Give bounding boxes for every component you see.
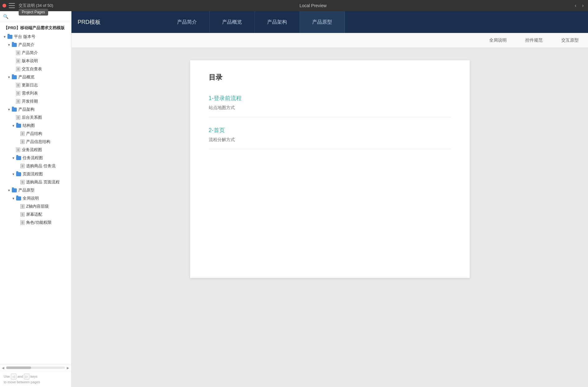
tree-item[interactable]: ▶ 产品信息结构 bbox=[0, 138, 71, 146]
tree-item[interactable]: ▼ 页面流程图 bbox=[0, 170, 71, 178]
tree-item[interactable]: ▼ 产品简介 bbox=[0, 41, 71, 49]
folder-icon bbox=[12, 75, 17, 79]
tree-label: 角色/功能权限 bbox=[26, 220, 52, 225]
tree-item[interactable]: ▶ 需求列表 bbox=[0, 89, 71, 97]
tree-arrow: ▼ bbox=[7, 43, 11, 47]
tree-item[interactable]: ▼ 全局说明 bbox=[0, 194, 71, 202]
prev-page-button[interactable]: ‹ bbox=[573, 2, 578, 9]
tree-label: Z轴内容层级 bbox=[26, 204, 49, 209]
tree-item[interactable]: ▶ 选购商品 任务流 bbox=[0, 162, 71, 170]
folder-icon bbox=[12, 43, 17, 47]
top-nav-brand: PRD模板 bbox=[78, 18, 165, 26]
tree-label: 页面流程图 bbox=[23, 171, 43, 177]
page-icon bbox=[21, 164, 25, 168]
toc-item: 1-登录前流程 站点地图方式 bbox=[209, 94, 451, 117]
sub-nav-item-控件规范[interactable]: 控件规范 bbox=[522, 38, 546, 43]
tree-item[interactable]: ▶ 交互自查表 bbox=[0, 65, 71, 73]
top-bar-nav: ‹ › bbox=[573, 2, 586, 9]
tree-arrow: ▼ bbox=[7, 188, 11, 192]
scroll-left-icon[interactable]: ◀ bbox=[1, 366, 5, 370]
tree-label: 产品结构 bbox=[26, 131, 42, 136]
sub-nav-item-交互原型[interactable]: 交互原型 bbox=[558, 38, 582, 43]
tree-item[interactable]: ▼ 产品原型 bbox=[0, 186, 71, 194]
tree-arrow: ▼ bbox=[7, 107, 11, 112]
toc-item-link[interactable]: 1-登录前流程 bbox=[209, 94, 451, 102]
page-icon bbox=[16, 59, 20, 63]
top-bar-center: Local Preview bbox=[56, 3, 570, 8]
tree-label: 屏幕适配 bbox=[26, 212, 42, 217]
tree-item[interactable]: ▶ 产品简介 bbox=[0, 49, 71, 57]
toc-item-desc: 流程分解方式 bbox=[209, 137, 451, 143]
page-icon bbox=[21, 131, 25, 136]
tree-label: 产品简介 bbox=[22, 50, 38, 56]
top-nav-item-产品简介[interactable]: 产品简介 bbox=[165, 11, 210, 33]
page-card: 目录 1-登录前流程 站点地图方式 2-首页 流程分解方式 bbox=[190, 60, 470, 278]
close-icon[interactable] bbox=[2, 4, 6, 7]
top-nav-item-产品概览[interactable]: 产品概览 bbox=[210, 11, 255, 33]
tree-label: 结构图 bbox=[23, 123, 35, 128]
keyboard-hint: Use ◁ and ▷ keys to move between pages bbox=[0, 371, 71, 387]
tree-label: 产品架构 bbox=[18, 107, 34, 112]
page-icon bbox=[21, 220, 25, 225]
tree-arrow: ▼ bbox=[11, 156, 16, 160]
folder-icon bbox=[7, 35, 12, 39]
tree-label: 业务流程图 bbox=[22, 147, 42, 153]
folder-icon bbox=[16, 124, 21, 128]
tree-item[interactable]: ▶ 业务流程图 bbox=[0, 146, 71, 154]
tree-label: 后台关系图 bbox=[22, 115, 42, 120]
folder-icon bbox=[12, 108, 17, 112]
top-nav-item-产品原型[interactable]: 产品原型 bbox=[300, 11, 345, 33]
tree-label: 选购商品 任务流 bbox=[26, 163, 56, 169]
sub-nav-item-全局说明[interactable]: 全局说明 bbox=[486, 38, 510, 43]
page-content: 目录 1-登录前流程 站点地图方式 2-首页 流程分解方式 bbox=[71, 48, 588, 387]
tree-item[interactable]: ▶ 屏幕适配 bbox=[0, 210, 71, 219]
tree-item[interactable]: ▶ 后台关系图 bbox=[0, 113, 71, 122]
tree-item[interactable]: ▶ 选购商品 页面流程 bbox=[0, 178, 71, 186]
tree-item[interactable]: ▼ 平台 版本号 bbox=[0, 33, 71, 41]
page-icon bbox=[16, 115, 20, 120]
tree-label: 选购商品 页面流程 bbox=[26, 179, 60, 185]
tree-item[interactable]: ▶ 产品结构 bbox=[0, 130, 71, 138]
tree-label: 产品概览 bbox=[18, 74, 34, 80]
toc-title: 目录 bbox=[209, 73, 451, 82]
top-nav-item-产品架构[interactable]: 产品架构 bbox=[255, 11, 300, 33]
tree-arrow: ▼ bbox=[7, 75, 11, 79]
menu-icon[interactable] bbox=[9, 3, 15, 8]
next-page-button[interactable]: › bbox=[580, 2, 586, 9]
toc-item: 2-首页 流程分解方式 bbox=[209, 127, 451, 149]
sidebar-scroll-area: ◀ ▶ bbox=[0, 365, 71, 371]
page-icon bbox=[16, 51, 20, 55]
sidebar-bottom-scrollbar[interactable] bbox=[6, 366, 65, 369]
content-area: PRD模板 产品简介产品概览产品架构产品原型 全局说明控件规范交互原型 目录 1… bbox=[71, 11, 588, 387]
sidebar: 🔍 【PRD】移动端产品需求文档模版 ▼ 平台 版本号 ▼ 产品简介 ▶ 产品简… bbox=[0, 11, 71, 387]
tree-item[interactable]: ▼ 产品概览 bbox=[0, 73, 71, 81]
folder-icon bbox=[16, 196, 21, 200]
tree-item[interactable]: ▶ 角色/功能权限 bbox=[0, 219, 71, 227]
keyboard-key2: ▷ bbox=[24, 374, 30, 380]
page-icon bbox=[21, 212, 25, 217]
tree-item[interactable]: ▶ 开发排期 bbox=[0, 97, 71, 105]
sidebar-scrollbar-thumb bbox=[6, 366, 31, 369]
tree-item[interactable]: ▼ 结构图 bbox=[0, 122, 71, 130]
search-icon[interactable]: 🔍 bbox=[3, 14, 8, 19]
sidebar-tree: ▼ 平台 版本号 ▼ 产品简介 ▶ 产品简介 ▶ 版本说明 ▶ 交互自查表 ▼ … bbox=[0, 33, 71, 364]
tree-arrow: ▼ bbox=[11, 123, 16, 128]
tree-item[interactable]: ▶ 版本说明 bbox=[0, 57, 71, 65]
toc-item-link[interactable]: 2-首页 bbox=[209, 127, 451, 134]
top-nav-items: 产品简介产品概览产品架构产品原型 bbox=[165, 11, 582, 33]
tree-label: 更新日志 bbox=[22, 82, 38, 88]
tree-arrow: ▼ bbox=[11, 196, 16, 200]
page-icon bbox=[21, 204, 25, 209]
tree-label: 产品简介 bbox=[18, 42, 34, 48]
scroll-right-icon[interactable]: ▶ bbox=[66, 366, 70, 370]
tree-label: 开发排期 bbox=[22, 99, 38, 104]
keyboard-hint-text2: keys bbox=[30, 375, 38, 378]
folder-icon bbox=[16, 156, 21, 160]
tree-item[interactable]: ▼ 任务流程图 bbox=[0, 154, 71, 162]
keyboard-hint-and: and bbox=[17, 375, 23, 378]
tree-label: 平台 版本号 bbox=[14, 34, 35, 39]
tree-label: 版本说明 bbox=[22, 58, 38, 64]
tree-item[interactable]: ▶ Z轴内容层级 bbox=[0, 202, 71, 210]
tree-item[interactable]: ▼ 产品架构 bbox=[0, 105, 71, 113]
tree-item[interactable]: ▶ 更新日志 bbox=[0, 81, 71, 89]
